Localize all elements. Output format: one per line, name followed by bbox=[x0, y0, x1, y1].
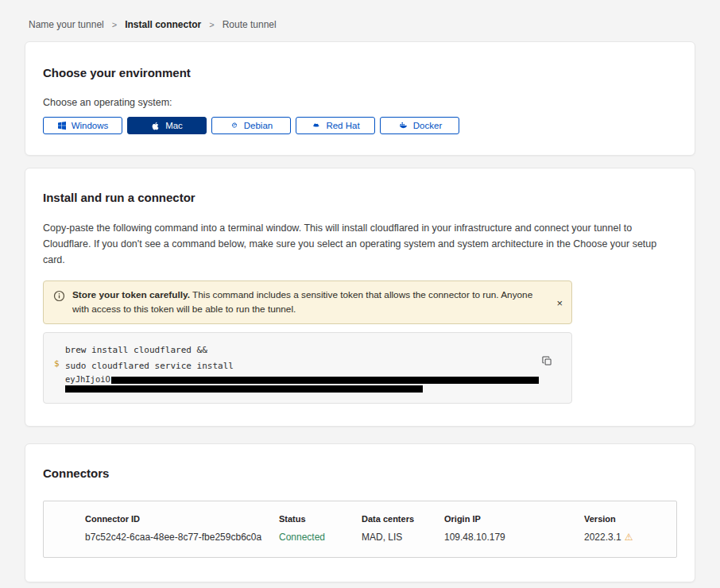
breadcrumb-separator: > bbox=[209, 20, 214, 29]
install-card-title: Install and run a connector bbox=[43, 191, 672, 204]
col-header-origin-ip: Origin IP bbox=[444, 514, 584, 524]
code-line-1: brew install cloudflared && bbox=[65, 342, 540, 358]
copy-icon[interactable] bbox=[540, 354, 554, 370]
code-token-line: eyJhIjoiO bbox=[65, 374, 540, 384]
breadcrumb-separator: > bbox=[112, 20, 117, 29]
col-header-connector-id: Connector ID bbox=[85, 514, 279, 524]
debian-icon bbox=[230, 121, 239, 130]
token-warning-alert: Store your token carefully. This command… bbox=[43, 280, 572, 324]
choose-environment-card: Choose your environment Choose an operat… bbox=[25, 41, 695, 156]
connectors-table: Connector ID Status Data centers Origin … bbox=[43, 501, 677, 558]
windows-icon bbox=[57, 121, 67, 130]
shell-prompt: $ bbox=[54, 358, 60, 369]
info-icon bbox=[53, 288, 65, 316]
breadcrumb-step-route-tunnel: Route tunnel bbox=[223, 19, 277, 30]
token-prefix: eyJhIjoiO bbox=[65, 374, 110, 384]
os-button-mac[interactable]: Mac bbox=[127, 117, 207, 134]
alert-close-icon[interactable]: × bbox=[556, 297, 563, 308]
docker-icon bbox=[397, 121, 408, 130]
table-row: b7c52c42-6caa-48ee-8c77-fbe259cb6c0a Con… bbox=[85, 532, 668, 543]
cell-data-centers: MAD, LIS bbox=[362, 532, 444, 543]
status-badge: Connected bbox=[279, 532, 362, 543]
breadcrumb-step-install-connector: Install connector bbox=[125, 19, 201, 30]
cell-connector-id: b7c52c42-6caa-48ee-8c77-fbe259cb6c0a bbox=[85, 532, 279, 543]
token-redaction-bar bbox=[111, 377, 539, 384]
version-warning-icon: ⚠ bbox=[625, 532, 633, 543]
version-value: 2022.3.1 bbox=[584, 532, 621, 543]
col-header-status: Status bbox=[279, 514, 362, 524]
code-line-2: sudo cloudflared service install bbox=[65, 358, 540, 374]
os-button-label: Docker bbox=[413, 121, 442, 130]
os-button-label: Red Hat bbox=[326, 121, 359, 130]
col-header-version: Version bbox=[584, 514, 668, 524]
connectors-card: Connectors Connector ID Status Data cent… bbox=[25, 443, 695, 582]
redhat-icon bbox=[311, 121, 321, 130]
install-connector-card: Install and run a connector Copy-paste t… bbox=[25, 168, 695, 427]
breadcrumb: Name your tunnel > Install connector > R… bbox=[0, 0, 720, 30]
os-button-group: Windows Mac Debian Red Hat bbox=[43, 117, 672, 134]
connectors-card-title: Connectors bbox=[43, 466, 677, 480]
os-button-docker[interactable]: Docker bbox=[380, 117, 459, 134]
os-select-label: Choose an operating system: bbox=[43, 97, 672, 108]
cell-version: 2022.3.1⚠ bbox=[584, 532, 668, 543]
token-redaction-bar bbox=[65, 385, 423, 393]
col-header-data-centers: Data centers bbox=[362, 514, 444, 524]
os-button-label: Mac bbox=[165, 121, 183, 130]
apple-icon bbox=[151, 121, 161, 131]
cell-origin-ip: 109.48.10.179 bbox=[444, 532, 584, 543]
alert-title: Store your token carefully. bbox=[72, 289, 190, 300]
install-command-codeblock: $ brew install cloudflared && sudo cloud… bbox=[43, 332, 572, 404]
breadcrumb-step-name-your-tunnel[interactable]: Name your tunnel bbox=[29, 19, 104, 30]
os-button-label: Windows bbox=[72, 121, 109, 130]
os-button-windows[interactable]: Windows bbox=[43, 117, 122, 134]
install-description: Copy-paste the following command into a … bbox=[43, 220, 672, 268]
os-button-label: Debian bbox=[244, 121, 273, 130]
environment-card-title: Choose your environment bbox=[43, 66, 672, 79]
table-header-row: Connector ID Status Data centers Origin … bbox=[85, 514, 668, 524]
os-button-redhat[interactable]: Red Hat bbox=[296, 117, 375, 134]
tunnel-setup-page: Name your tunnel > Install connector > R… bbox=[0, 0, 720, 588]
alert-text: Store your token carefully. This command… bbox=[72, 288, 544, 316]
os-button-debian[interactable]: Debian bbox=[211, 117, 291, 134]
